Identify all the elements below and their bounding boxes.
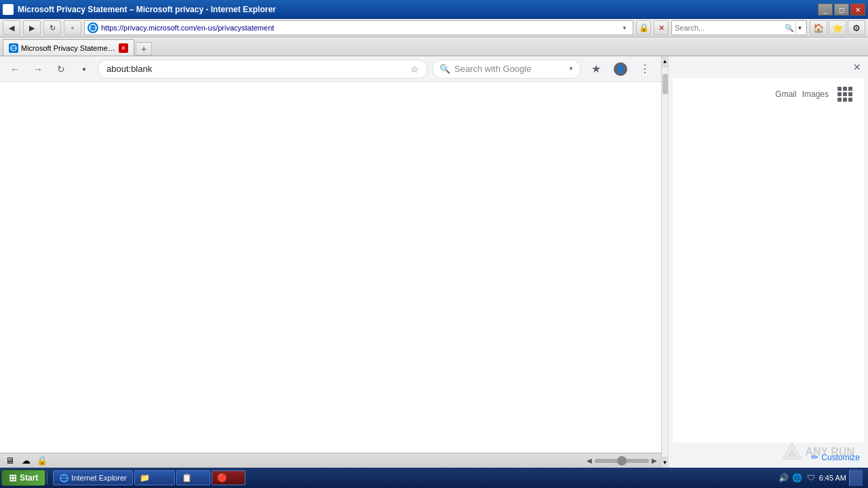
sidebar-blank-content bbox=[673, 110, 864, 382]
ie-status-lock-icon[interactable]: 🔒 bbox=[37, 455, 47, 466]
start-button[interactable]: ⊞ Start bbox=[1, 470, 45, 486]
ie-tab-bar: Microsoft Privacy Statement ... ✕ + bbox=[0, 37, 868, 56]
gmail-link[interactable]: Gmail bbox=[775, 89, 796, 99]
chrome-toolbar: ← → ↻ ● about:blank ☆ 🔍 Search with Goog… bbox=[0, 56, 661, 82]
taskbar-tray-speaker-icon[interactable]: 🔊 bbox=[778, 472, 789, 483]
taskbar-app3-icon: 📋 bbox=[182, 473, 192, 483]
google-apps-icon bbox=[837, 87, 852, 102]
scrollbar-track bbox=[662, 67, 668, 457]
window-controls: _ ◻ ✕ bbox=[818, 3, 865, 16]
ie-address-icon bbox=[87, 22, 98, 33]
taskbar-item-app3[interactable]: 📋 bbox=[176, 470, 210, 485]
start-label: Start bbox=[20, 473, 38, 483]
ie-zoom-area: ◀ ▶ bbox=[587, 457, 657, 464]
taskbar-tray-shield-icon[interactable]: 🛡 bbox=[806, 472, 816, 483]
ie-title-icon bbox=[3, 4, 14, 15]
ie-reload-button[interactable]: ↻ bbox=[43, 20, 61, 35]
chrome-sidebar-header: ✕ bbox=[662, 56, 868, 78]
taskbar-items: Internet Explorer 📁 📋 🔴 bbox=[53, 470, 774, 485]
chrome-sidebar-close-button[interactable]: ✕ bbox=[849, 59, 865, 75]
ie-search-button[interactable]: 🔍 bbox=[783, 22, 795, 34]
close-button[interactable]: ✕ bbox=[850, 3, 865, 16]
chrome-address-bar[interactable]: about:blank ☆ bbox=[98, 60, 428, 79]
ie-new-tab-button[interactable]: + bbox=[136, 42, 152, 56]
scrollbar-up-button[interactable]: ▲ bbox=[662, 56, 668, 67]
chrome-url-text: about:blank bbox=[106, 64, 406, 74]
ie-tab-title: Microsoft Privacy Statement ... bbox=[21, 44, 116, 52]
ie-back-button[interactable]: ◀ bbox=[3, 20, 20, 35]
show-desktop-button[interactable] bbox=[849, 470, 863, 486]
images-link[interactable]: Images bbox=[802, 89, 829, 99]
taskbar-tray-network-icon[interactable]: 🌐 bbox=[792, 472, 803, 483]
blank-page-content bbox=[0, 82, 661, 453]
ie-stop-button[interactable]: ● bbox=[64, 20, 81, 35]
ie-right-buttons: 🏠 ⭐ ⚙ bbox=[810, 20, 865, 35]
ie-address-clear-button[interactable]: ✕ bbox=[654, 20, 669, 35]
chrome-search-box[interactable]: 🔍 Search with Google ▼ bbox=[432, 60, 581, 79]
ie-forward-button[interactable]: ▶ bbox=[23, 20, 41, 35]
ie-lock-button[interactable]: 🔒 bbox=[636, 20, 651, 35]
sidebar-scrollbar: ▲ ▼ bbox=[662, 56, 669, 468]
ie-zoom-slider[interactable] bbox=[595, 459, 649, 463]
taskbar-ie-label: Internet Explorer bbox=[71, 474, 126, 482]
taskbar-right: 🔊 🌐 🛡 6:45 AM bbox=[774, 470, 867, 486]
taskbar: ⊞ Start Internet Explorer 📁 📋 🔴 bbox=[0, 468, 868, 488]
ie-search-bar[interactable]: 🔍 ▼ bbox=[671, 20, 807, 35]
ie-content-area: ← → ↻ ● about:blank ☆ 🔍 Search with Goog… bbox=[0, 56, 661, 468]
ie-url-text: https://privacy.microsoft.com/en-us/priv… bbox=[101, 24, 619, 32]
ie-status-monitor-icon[interactable]: 🖥 bbox=[4, 455, 15, 466]
taskbar-item-app4[interactable]: 🔴 bbox=[212, 470, 245, 485]
chrome-bookmark-icon[interactable]: ☆ bbox=[410, 64, 419, 75]
chrome-back-button[interactable]: ← bbox=[5, 60, 24, 79]
ie-status-bar: 🖥 ☁ 🔒 ◀ ▶ bbox=[0, 453, 661, 468]
google-apps-button[interactable] bbox=[834, 83, 856, 105]
ie-tab-active[interactable]: Microsoft Privacy Statement ... ✕ bbox=[3, 39, 134, 56]
title-bar: Microsoft Privacy Statement – Microsoft … bbox=[0, 0, 868, 19]
ie-toolbar: ◀ ▶ ↻ ● https://privacy.microsoft.com/en… bbox=[0, 19, 868, 37]
chrome-account-button[interactable]: 👤 bbox=[610, 58, 631, 80]
ie-status-cloud-icon[interactable]: ☁ bbox=[20, 455, 31, 466]
chrome-menu-button[interactable]: ⋮ bbox=[634, 58, 656, 80]
taskbar-item-explorer[interactable]: 📁 bbox=[134, 470, 175, 485]
taskbar-ie-icon bbox=[59, 473, 68, 483]
scrollbar-down-button[interactable]: ▼ bbox=[662, 457, 668, 468]
customize-pencil-icon: ✏ bbox=[811, 452, 818, 462]
taskbar-app4-icon: 🔴 bbox=[218, 473, 227, 483]
chrome-stop-button[interactable]: ● bbox=[75, 60, 94, 79]
minimize-button[interactable]: _ bbox=[818, 3, 833, 16]
google-header: Gmail Images bbox=[673, 78, 864, 110]
chrome-right-buttons: ★ 👤 ⋮ bbox=[585, 58, 656, 80]
taskbar-divider bbox=[47, 471, 47, 485]
chrome-sidebar-content: Gmail Images bbox=[673, 78, 864, 443]
restore-button[interactable]: ◻ bbox=[834, 3, 849, 16]
ie-tab-close-button[interactable]: ✕ bbox=[119, 43, 128, 53]
ie-zoom-thumb[interactable] bbox=[617, 456, 627, 466]
chrome-search-icon: 🔍 bbox=[439, 64, 450, 74]
customize-label: Customize bbox=[821, 453, 860, 462]
chrome-reload-button[interactable]: ↻ bbox=[52, 60, 71, 79]
taskbar-clock: 6:45 AM bbox=[819, 474, 846, 482]
ie-zoom-left-icon[interactable]: ◀ bbox=[587, 457, 592, 464]
ie-search-dropdown[interactable]: ▼ bbox=[795, 22, 804, 34]
ie-search-input[interactable] bbox=[675, 24, 783, 32]
taskbar-explorer-icon: 📁 bbox=[140, 473, 150, 483]
window-title: Microsoft Privacy Statement – Microsoft … bbox=[18, 5, 276, 14]
ie-zoom-right-icon[interactable]: ▶ bbox=[652, 457, 657, 464]
ie-tab-favicon bbox=[9, 43, 18, 53]
chrome-customize-button[interactable]: ✏ Customize bbox=[662, 447, 868, 468]
ie-tools-button[interactable]: ⚙ bbox=[848, 20, 865, 35]
start-icon: ⊞ bbox=[9, 472, 17, 483]
ie-favorites-button[interactable]: ⭐ bbox=[829, 20, 846, 35]
chrome-bookmark-button[interactable]: ★ bbox=[585, 58, 607, 80]
ie-address-bar[interactable]: https://privacy.microsoft.com/en-us/priv… bbox=[84, 20, 633, 35]
scrollbar-thumb[interactable] bbox=[663, 74, 668, 94]
ie-home-button[interactable]: 🏠 bbox=[810, 20, 827, 35]
taskbar-item-ie[interactable]: Internet Explorer bbox=[53, 470, 132, 485]
chrome-forward-button[interactable]: → bbox=[28, 60, 47, 79]
chrome-sidebar-panel: ▲ ▼ ✕ Gmail Images bbox=[661, 56, 868, 468]
chrome-search-dropdown-icon[interactable]: ▼ bbox=[568, 66, 574, 72]
chrome-search-placeholder: Search with Google bbox=[454, 64, 564, 74]
ie-address-dropdown[interactable]: ▼ bbox=[619, 22, 630, 33]
